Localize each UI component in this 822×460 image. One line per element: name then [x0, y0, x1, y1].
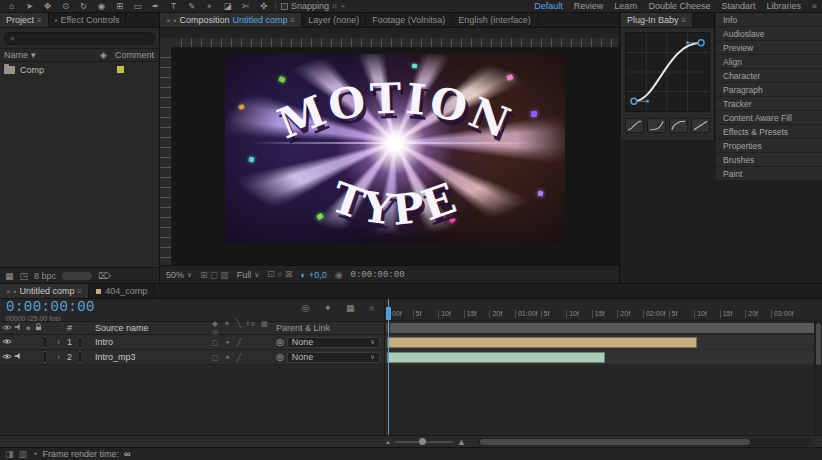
bezier-handle[interactable] [646, 100, 649, 103]
zoom-slider[interactable] [395, 441, 453, 443]
composition-canvas[interactable]: MOTION MOTION TYPE TYPE [172, 48, 619, 265]
magnification-dropdown[interactable]: 50% ∨ [166, 270, 192, 280]
trash-icon[interactable]: ⌦ [98, 271, 111, 281]
tab-english-interface[interactable]: English (interface) [452, 13, 538, 27]
source-name-column-header[interactable]: Source name [95, 323, 212, 333]
workspace-standart[interactable]: Standart [721, 1, 755, 11]
panel-tab-paint[interactable]: Paint [716, 167, 822, 180]
track-row-intro[interactable] [385, 335, 822, 350]
parent-link-column-header[interactable]: Parent & Link [276, 323, 384, 333]
close-icon[interactable]: × [166, 16, 171, 25]
column-comment[interactable]: Comment [115, 50, 154, 60]
grid-guides-icons[interactable]: ⊞ ◻ ▥ [200, 270, 229, 280]
tab-untitled-comp[interactable]: × ▪ Untitled comp ≡ [0, 284, 89, 298]
scrollbar-handle[interactable] [816, 323, 821, 365]
snapshot-camera-icon[interactable]: ◉ [335, 270, 343, 280]
audio-icon[interactable] [13, 352, 24, 362]
snapping-checkbox[interactable] [281, 3, 288, 10]
panel-tab-info[interactable]: Info [716, 13, 822, 26]
bit-depth-label[interactable]: 8 bpc [34, 271, 56, 281]
tab-plug-in-baby[interactable]: Plug-In Baby ≡ [621, 13, 693, 27]
panel-menu-icon[interactable]: ≡ [682, 16, 687, 25]
workspace-review[interactable]: Review [574, 1, 604, 11]
layer-label-chip[interactable] [44, 352, 57, 362]
expander-icon[interactable]: › [57, 337, 67, 347]
speed-graph[interactable] [625, 32, 710, 112]
ease-preset-3-button[interactable] [669, 118, 688, 133]
roi-mask-icons[interactable]: ⊡ ⌗ ⊠ [267, 269, 292, 280]
panel-tab-effects-presets[interactable]: Effects & Presets [716, 125, 822, 138]
lock-toggle[interactable] [34, 337, 45, 347]
playhead[interactable] [388, 299, 389, 435]
number-column-header[interactable]: # [67, 323, 79, 333]
zoom-slider-knob[interactable] [419, 438, 426, 445]
workspace-overflow-icon[interactable]: » [812, 1, 817, 11]
hand-tool-icon[interactable]: ✥ [41, 0, 54, 12]
panel-tab-character[interactable]: Character [716, 69, 822, 82]
left-ruler[interactable] [160, 48, 172, 265]
region-icon[interactable]: ▥ [19, 449, 28, 459]
panel-tab-preview[interactable]: Preview [716, 41, 822, 54]
layer-row-intro-mp3[interactable]: › 2 Intro_mp3 ◻ ✦ ╱ ◎ None ∨ [0, 350, 384, 365]
composition-frame[interactable]: MOTION MOTION TYPE TYPE [225, 54, 565, 244]
pen-tool-icon[interactable]: ✒ [149, 0, 162, 12]
eraser-tool-icon[interactable]: ◪ [221, 0, 234, 12]
eye-icon[interactable] [2, 352, 13, 362]
close-icon[interactable]: × [6, 287, 11, 296]
home-icon[interactable]: ⌂ [5, 0, 18, 12]
workspace-default[interactable]: Default [534, 1, 563, 11]
panel-menu-icon[interactable]: ≡ [78, 287, 83, 296]
layer-duration-bar-intro-mp3[interactable] [387, 352, 605, 363]
zoom-out-mountain-icon[interactable]: ▲ [385, 439, 391, 445]
toggle-transparency-icon[interactable]: ◨ [5, 449, 14, 459]
tab-project[interactable]: Project ≡ [0, 13, 49, 27]
composition-toggle-icons[interactable]: ◎ ✦ ▦ ⌗ [302, 301, 380, 314]
workspace-double-cheese[interactable]: Double Cheese [648, 1, 710, 11]
track-row-intro-mp3[interactable] [385, 350, 822, 365]
panel-tab-brushes[interactable]: Brushes [716, 153, 822, 166]
pickwhip-icon[interactable]: ◎ [276, 337, 284, 347]
layer-name[interactable]: Intro_mp3 [95, 352, 212, 362]
layer-duration-bar-intro[interactable] [387, 337, 697, 348]
project-search-input[interactable]: ⌕ [4, 32, 155, 45]
zoom-in-mountain-icon[interactable]: ▲ [457, 437, 466, 447]
eye-icon[interactable] [2, 337, 13, 347]
camera-tool-icon[interactable]: ◉ [95, 0, 108, 12]
tab-footage[interactable]: Footage (Volnitsa) [366, 13, 452, 27]
layer-name[interactable]: Intro [95, 337, 212, 347]
snap-option-icon[interactable]: ⌗ [332, 1, 337, 12]
expander-icon[interactable]: › [57, 352, 67, 362]
clone-stamp-tool-icon[interactable]: ⌖ [203, 0, 216, 12]
audio-toggle[interactable] [13, 337, 24, 347]
panel-tab-properties[interactable]: Properties [716, 139, 822, 152]
orbit-tool-icon[interactable]: ↻ [77, 0, 90, 12]
snapping-control[interactable]: Snapping ⌗ ⌁ [281, 1, 346, 12]
layer-label-chip[interactable] [44, 337, 57, 347]
tab-layer[interactable]: Layer (none) [302, 13, 366, 27]
active-comp-name[interactable]: Untitled comp [233, 15, 288, 25]
ease-preset-4-button[interactable] [691, 118, 710, 133]
layer-switches[interactable]: ◻ ✦ ╱ [212, 353, 276, 362]
bezier-handle[interactable] [686, 41, 689, 44]
label-swatch-icon[interactable]: ◈ [100, 50, 107, 60]
selection-tool-icon[interactable]: ➤ [23, 0, 36, 12]
playhead-handle[interactable] [386, 307, 391, 320]
panel-tab-paragraph[interactable]: Paragraph [716, 83, 822, 96]
ease-preset-2-button[interactable] [647, 118, 666, 133]
top-ruler[interactable] [172, 38, 619, 48]
panel-tab-tracker[interactable]: Tracker [716, 97, 822, 110]
footage-interpret-icon[interactable]: ▦ [5, 271, 14, 281]
panel-menu-icon[interactable]: ≡ [37, 16, 42, 25]
zoom-tool-icon[interactable]: ⊙ [59, 0, 72, 12]
pan-behind-tool-icon[interactable]: ⊞ [113, 0, 126, 12]
panel-tab-audioslave[interactable]: Audioslave [716, 27, 822, 40]
label-color-swatch[interactable] [117, 66, 124, 73]
tab-404-comp[interactable]: 404_comp [89, 284, 154, 298]
shape-tool-icon[interactable]: ▭ [131, 0, 144, 12]
project-item-comp[interactable]: Comp [0, 62, 159, 77]
curve-handle-end[interactable] [698, 40, 704, 46]
work-area-bar[interactable] [386, 323, 821, 333]
snap-option2-icon[interactable]: ⌁ [340, 1, 345, 11]
solo-toggle[interactable] [23, 337, 34, 347]
timeline-horizontal-scrollbar[interactable] [478, 438, 812, 446]
